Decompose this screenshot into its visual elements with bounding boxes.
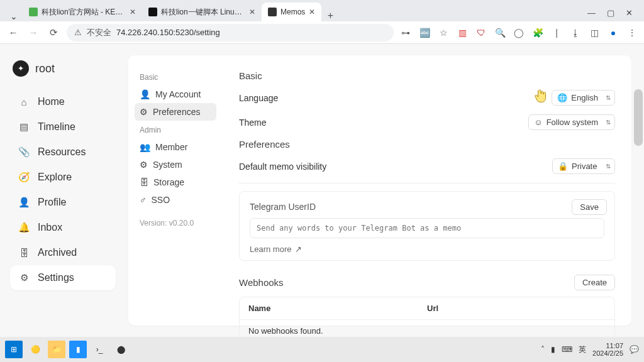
subnav-storage[interactable]: 🗄Storage <box>135 173 216 191</box>
bell-icon: 🔔 <box>18 222 30 233</box>
version-text: Version: v0.20.0 <box>140 219 211 228</box>
forward-button[interactable]: → <box>26 27 40 38</box>
avatar[interactable]: ✦ <box>13 60 29 77</box>
subnav-header-basic: Basic <box>140 73 211 82</box>
start-button[interactable]: ⊞ <box>5 341 23 358</box>
notification-center-icon[interactable]: 💬 <box>630 345 639 354</box>
minimize-button[interactable]: — <box>587 8 596 18</box>
gear-icon: ⚙ <box>18 272 30 283</box>
gear-icon: ⚙ <box>140 160 148 170</box>
home-icon: ⌂ <box>18 97 30 107</box>
browser-tab-active[interactable]: Memos ✕ <box>262 3 321 21</box>
section-basic-title: Basic <box>239 70 615 81</box>
favorite-icon[interactable]: ☆ <box>438 28 449 38</box>
smile-icon: ☺ <box>534 118 542 127</box>
insecure-label: 不安全 <box>87 27 111 38</box>
extension-icon[interactable]: ▥ <box>457 28 468 38</box>
taskbar-clock[interactable]: 11:07 2024/2/25 <box>592 342 623 357</box>
language-select[interactable]: 🌐 English <box>552 90 615 106</box>
password-icon[interactable]: ⊶ <box>400 28 411 38</box>
close-icon[interactable]: ✕ <box>249 8 255 16</box>
sidepanel-icon[interactable]: ◫ <box>589 28 600 38</box>
tray-battery-icon[interactable]: ▮ <box>551 345 555 354</box>
reload-button[interactable]: ⟳ <box>47 27 60 38</box>
taskbar-app[interactable]: ›_ <box>91 341 108 358</box>
puzzle-icon[interactable]: 🧩 <box>532 28 543 38</box>
people-icon: 👥 <box>140 142 150 152</box>
close-icon[interactable]: ✕ <box>309 8 315 16</box>
webhooks-empty: No webhooks found. <box>248 326 606 336</box>
col-header-name: Name <box>248 304 427 313</box>
browser-tab[interactable]: 科技lion官方网站 - KEJILION ✕ <box>23 3 142 21</box>
close-window-button[interactable]: ✕ <box>626 8 633 18</box>
kebab-menu-icon[interactable]: ⋮ <box>626 28 638 38</box>
telegram-learn-more[interactable]: Learn more↗ <box>250 244 302 254</box>
url-text: 74.226.240.150:5230/setting <box>116 28 220 37</box>
telegram-input[interactable] <box>250 218 604 238</box>
download-icon[interactable]: ⭳ <box>570 28 581 38</box>
tray-keyboard-icon[interactable]: ⌨ <box>562 345 572 354</box>
address-bar[interactable]: ⚠ 不安全 74.226.240.150:5230/setting <box>67 24 394 41</box>
ublock-icon[interactable]: 🛡 <box>475 28 487 38</box>
nav-timeline[interactable]: ▤Timeline <box>10 114 116 140</box>
browser-tab[interactable]: 科技lion一键脚本 Linux服务器 ✕ <box>142 3 262 21</box>
profile-avatar-icon[interactable]: ● <box>608 28 619 38</box>
windows-taskbar: ⊞ 🟡 📁 ▮ ›_ ⬤ ˄ ▮ ⌨ 英 11:07 2024/2/25 💬 <box>0 337 644 362</box>
nav-resources[interactable]: 📎Resources <box>10 140 116 165</box>
telegram-card: Save Telegram UserID Learn more↗ <box>239 191 615 261</box>
opera-ext-icon[interactable]: ◯ <box>513 28 525 38</box>
person-icon: 👤 <box>18 197 30 208</box>
settings-pane: Basic Language 🌐 English Theme ☺ Follow … <box>223 55 631 326</box>
subnav-sso[interactable]: ♂SSO <box>135 191 216 209</box>
favicon-icon <box>148 8 157 16</box>
lock-icon: 🔒 <box>558 162 568 171</box>
workspace-name: root <box>35 62 55 75</box>
subnav-preferences[interactable]: ⚙Preferences <box>135 103 216 121</box>
webhooks-title: Webhooks <box>239 277 284 288</box>
theme-select[interactable]: ☺ Follow system <box>528 114 615 130</box>
external-link-icon: ↗ <box>295 244 302 254</box>
divider-icon: | <box>551 28 562 38</box>
nav-explore[interactable]: 🧭Explore <box>10 165 116 190</box>
default-visibility-label: Default memo visibility <box>239 162 326 172</box>
gear-icon: ⚙ <box>140 107 148 117</box>
taskbar-explorer[interactable]: 📁 <box>48 341 65 358</box>
subnav-member[interactable]: 👥Member <box>135 138 216 156</box>
taskbar-app[interactable]: ⬤ <box>112 341 130 358</box>
subnav-system[interactable]: ⚙System <box>135 156 216 173</box>
timeline-icon: ▤ <box>18 121 30 133</box>
extension-icons: ⊶ 🔤 ☆ ▥ 🛡 🔍 ◯ 🧩 | ⭳ ◫ ● ⋮ <box>400 28 638 38</box>
taskbar-chrome[interactable]: 🟡 <box>26 341 44 358</box>
translate-icon[interactable]: 🔤 <box>419 28 430 38</box>
maximize-button[interactable]: ▢ <box>607 8 614 18</box>
section-preferences-title: Preferences <box>239 139 615 150</box>
app-viewport: ✦ root ⌂Home ▤Timeline 📎Resources 🧭Explo… <box>0 44 644 337</box>
search-ext-icon[interactable]: 🔍 <box>494 28 506 38</box>
default-visibility-select[interactable]: 🔒 Private <box>552 158 615 174</box>
paperclip-icon: 📎 <box>18 146 30 158</box>
theme-label: Theme <box>239 118 267 128</box>
nav-home[interactable]: ⌂Home <box>10 89 116 114</box>
new-tab-button[interactable]: + <box>321 10 339 21</box>
primary-sidebar: ✦ root ⌂Home ▤Timeline 📎Resources 🧭Explo… <box>0 44 126 337</box>
page-scrollbar[interactable] <box>634 89 643 146</box>
nav-inbox[interactable]: 🔔Inbox <box>10 215 116 240</box>
save-button[interactable]: Save <box>572 199 607 215</box>
create-button[interactable]: Create <box>574 275 615 290</box>
subnav-header-admin: Admin <box>140 126 211 134</box>
browser-toolbar: ← → ⟳ ⚠ 不安全 74.226.240.150:5230/setting … <box>0 21 644 44</box>
tab-search-button[interactable]: ⌄ <box>5 11 23 21</box>
language-label: Language <box>239 93 278 103</box>
nav-profile[interactable]: 👤Profile <box>10 190 116 215</box>
settings-card: Basic 👤My Account ⚙Preferences Admin 👥Me… <box>128 55 631 326</box>
favicon-icon <box>268 8 277 16</box>
subnav-my-account[interactable]: 👤My Account <box>135 85 216 103</box>
tray-chevron-icon[interactable]: ˄ <box>541 345 545 354</box>
nav-settings[interactable]: ⚙Settings <box>10 265 116 290</box>
ime-indicator[interactable]: 英 <box>579 344 586 355</box>
close-icon[interactable]: ✕ <box>130 8 136 16</box>
taskbar-app[interactable]: ▮ <box>69 341 87 358</box>
nav-archived[interactable]: 🗄Archived <box>10 240 116 265</box>
favicon-icon <box>29 8 38 16</box>
back-button[interactable]: ← <box>6 27 20 38</box>
